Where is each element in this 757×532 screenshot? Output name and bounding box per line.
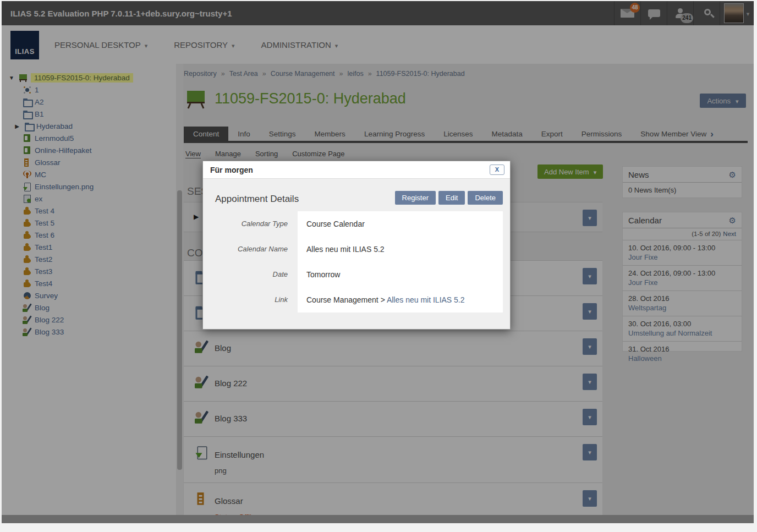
modal-header: Für morgen X (203, 161, 510, 179)
register-button[interactable]: Register (395, 191, 436, 205)
field-label: Link (203, 287, 298, 312)
close-icon[interactable]: X (490, 164, 504, 175)
edit-button[interactable]: Edit (438, 191, 465, 205)
field-label: Date (203, 262, 298, 287)
field-value: Course Management > Alles neu mit ILIAS … (298, 287, 503, 312)
field-label: Calendar Name (203, 237, 298, 262)
modal-heading: Appointment Details (215, 194, 299, 205)
appointment-link[interactable]: Alles neu mit ILIAS 5.2 (387, 295, 465, 304)
ilias-window: ILIAS 5.2 Evaluation PHP 7.0.11-1+deb.su… (2, 1, 754, 523)
appointment-details-form: Calendar Type Course Calendar Calendar N… (203, 211, 503, 312)
modal-title: Für morgen (210, 166, 253, 174)
field-value: Alles neu mit ILIAS 5.2 (298, 237, 503, 262)
delete-button[interactable]: Delete (468, 191, 503, 205)
appointment-modal: Für morgen X Appointment Details Registe… (202, 161, 511, 330)
modal-body: Appointment Details Register Edit Delete… (203, 179, 510, 329)
field-label: Calendar Type (203, 211, 298, 237)
field-value: Tomorrow (298, 262, 503, 287)
field-value: Course Calendar (298, 211, 503, 237)
